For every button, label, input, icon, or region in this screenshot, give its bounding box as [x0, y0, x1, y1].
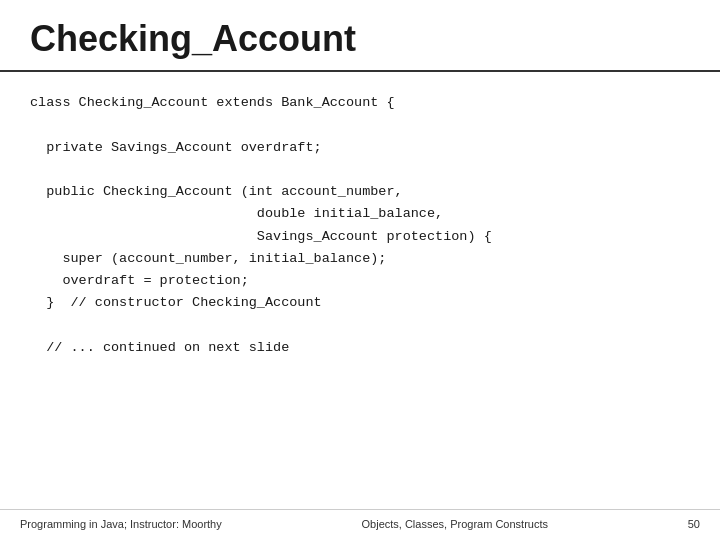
- footer-center: Objects, Classes, Program Constructs: [362, 518, 548, 530]
- code-line-5: public Checking_Account (int account_num…: [30, 184, 403, 199]
- code-line-1: class Checking_Account extends Bank_Acco…: [30, 95, 395, 110]
- code-block: class Checking_Account extends Bank_Acco…: [30, 92, 690, 359]
- title-area: Checking_Account: [0, 0, 720, 72]
- code-line-9: overdraft = protection;: [30, 273, 249, 288]
- code-line-8: super (account_number, initial_balance);: [30, 251, 386, 266]
- code-line-6: double initial_balance,: [30, 206, 443, 221]
- footer: Programming in Java; Instructor: Moorthy…: [0, 509, 720, 540]
- slide-title: Checking_Account: [30, 18, 690, 60]
- content-area: class Checking_Account extends Bank_Acco…: [0, 72, 720, 509]
- code-line-12: // ... continued on next slide: [30, 340, 289, 355]
- footer-right: 50: [688, 518, 700, 530]
- code-line-10: } // constructor Checking_Account: [30, 295, 322, 310]
- slide-container: Checking_Account class Checking_Account …: [0, 0, 720, 540]
- code-line-3: private Savings_Account overdraft;: [30, 140, 322, 155]
- footer-left: Programming in Java; Instructor: Moorthy: [20, 518, 222, 530]
- code-line-7: Savings_Account protection) {: [30, 229, 492, 244]
